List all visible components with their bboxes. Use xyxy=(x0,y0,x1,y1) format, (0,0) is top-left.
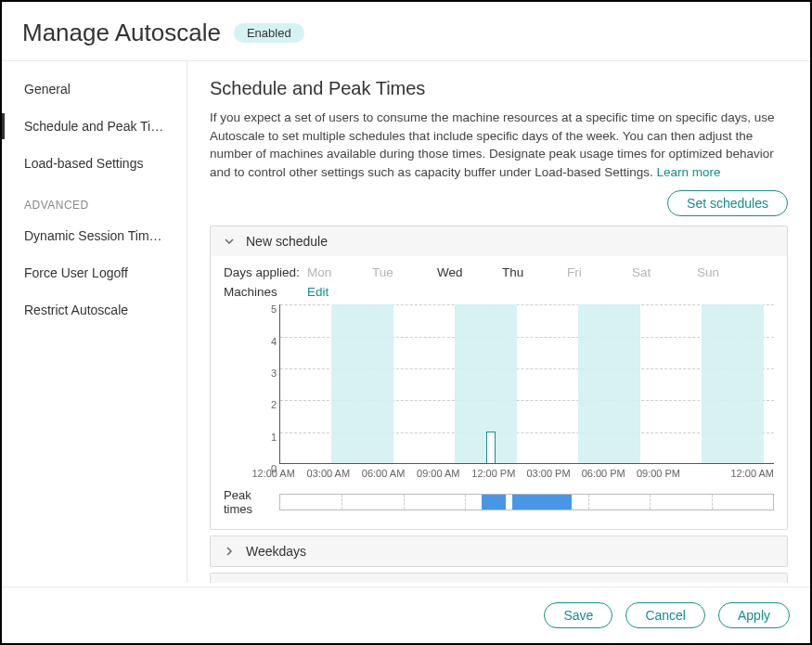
sidebar-item-load-settings[interactable]: Load-based Settings xyxy=(2,145,187,182)
sidebar-item-restrict-autoscale[interactable]: Restrict Autoscale xyxy=(2,291,187,329)
day-mon[interactable]: Mon xyxy=(307,265,372,279)
peak-times-label: Peak times xyxy=(224,488,279,516)
x-tick: 06:00 PM xyxy=(582,468,637,479)
day-fri[interactable]: Fri xyxy=(567,265,632,279)
sidebar-item-dynamic-session[interactable]: Dynamic Session Tim… xyxy=(2,217,187,254)
sidebar-item-schedule[interactable]: Schedule and Peak Ti… xyxy=(2,108,187,145)
save-button[interactable]: Save xyxy=(544,602,612,628)
schedule-panel-header[interactable]: New schedule xyxy=(211,226,787,256)
chart-band xyxy=(331,304,393,463)
days-applied-row: Days applied: Mon Tue Wed Thu Fri Sat Su… xyxy=(224,265,774,279)
sidebar: General Schedule and Peak Ti… Load-based… xyxy=(2,61,187,583)
y-tick: 5 xyxy=(260,303,277,315)
day-sun[interactable]: Sun xyxy=(697,265,762,279)
day-wed[interactable]: Wed xyxy=(437,265,502,279)
machines-label: Machines xyxy=(224,285,307,299)
y-tick: 4 xyxy=(260,336,277,347)
schedule-panel-weekend: Weekend xyxy=(210,573,788,583)
apply-button[interactable]: Apply xyxy=(718,602,790,628)
schedule-panel-weekend-header[interactable]: Weekend xyxy=(211,574,787,583)
x-tick: 06:00 AM xyxy=(362,468,417,479)
page-title: Manage Autoscale xyxy=(22,19,221,47)
cancel-button[interactable]: Cancel xyxy=(625,602,705,628)
schedule-panel-weekdays-header[interactable]: Weekdays xyxy=(211,536,787,566)
schedule-panel-weekend-title: Weekend xyxy=(246,581,301,583)
chart-band xyxy=(702,304,764,463)
peak-block[interactable] xyxy=(482,495,507,510)
chevron-right-icon xyxy=(222,581,237,583)
set-schedules-button[interactable]: Set schedules xyxy=(667,190,788,216)
day-sat[interactable]: Sat xyxy=(632,265,697,279)
day-tue[interactable]: Tue xyxy=(372,265,437,279)
day-thu[interactable]: Thu xyxy=(502,265,567,279)
section-title: Schedule and Peak Times xyxy=(210,78,788,99)
x-tick: 03:00 AM xyxy=(307,468,362,479)
x-tick: 12:00 AM xyxy=(719,468,774,479)
sidebar-item-force-logoff[interactable]: Force User Logoff xyxy=(2,254,187,291)
schedule-panel-weekdays-title: Weekdays xyxy=(246,544,306,559)
x-tick: 09:00 PM xyxy=(637,468,691,479)
x-tick: 12:00 AM xyxy=(251,468,306,479)
status-badge: Enabled xyxy=(234,23,304,43)
schedule-panel-title: New schedule xyxy=(246,234,328,249)
learn-more-link[interactable]: Learn more xyxy=(657,165,721,179)
peak-times-track[interactable] xyxy=(279,494,774,510)
dialog-footer: Save Cancel Apply xyxy=(2,587,810,643)
chart-band xyxy=(578,304,640,463)
chevron-down-icon xyxy=(222,234,237,249)
schedule-panel-weekdays: Weekdays xyxy=(210,535,788,567)
chevron-right-icon xyxy=(222,544,237,559)
machines-edit-link[interactable]: Edit xyxy=(307,285,329,299)
section-description: If you expect a set of users to consume … xyxy=(210,109,788,181)
days-applied-label: Days applied: xyxy=(224,265,307,279)
sidebar-item-general[interactable]: General xyxy=(2,71,187,108)
y-tick: 3 xyxy=(260,368,277,379)
y-tick: 1 xyxy=(260,432,277,443)
sidebar-section-advanced: ADVANCED xyxy=(2,182,187,217)
y-tick: 2 xyxy=(260,399,277,410)
x-tick: 03:00 PM xyxy=(526,468,581,479)
schedule-panel-new: New schedule Days applied: Mon Tue Wed T… xyxy=(210,226,788,530)
x-tick: 12:00 PM xyxy=(471,468,526,479)
peak-block[interactable] xyxy=(512,495,572,510)
machines-chart: 012345 12:00 AM03:00 AM06:00 AM09:00 AM1… xyxy=(224,304,774,479)
chart-bar xyxy=(486,432,496,463)
x-tick: 09:00 AM xyxy=(417,468,471,479)
